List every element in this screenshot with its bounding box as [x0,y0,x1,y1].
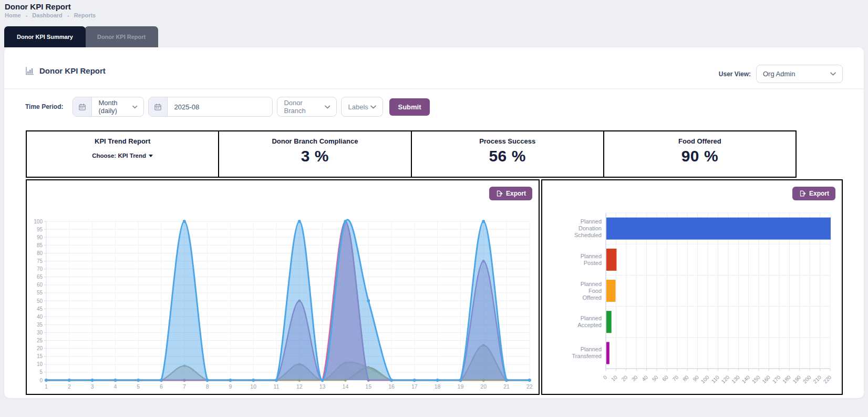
svg-text:20: 20 [480,383,487,390]
svg-text:Offered: Offered [583,294,602,301]
report-card: Donor KPI Report User View: Org Admin Ti… [4,47,864,398]
svg-text:Donation: Donation [578,225,602,231]
kpi-trend-title: KPI Trend Report [95,137,150,145]
svg-text:55: 55 [37,290,43,296]
tab-donor-kpi-report[interactable]: Donor KPI Report [85,26,158,47]
svg-text:50: 50 [37,298,43,304]
svg-text:Posted: Posted [584,260,602,266]
svg-text:80: 80 [681,374,690,382]
kpi-trend-line-chart[interactable]: 0510152025303540455055606570758085909510… [27,180,539,394]
svg-text:Planned: Planned [581,218,602,225]
svg-text:Accepted: Accepted [577,322,602,328]
svg-text:Planned: Planned [581,253,602,259]
planned-status-bar-chart[interactable]: 0102030405060708090100110120130140150160… [542,180,842,394]
time-period-label: Time Period: [25,103,63,110]
svg-text:100: 100 [700,374,710,384]
svg-text:13: 13 [319,383,326,390]
donor-branch-placeholder: Donor Branch [284,99,324,115]
chevron-down-icon [370,105,376,109]
svg-text:10: 10 [37,361,43,367]
svg-text:110: 110 [710,374,720,384]
svg-text:35: 35 [37,322,43,328]
breadcrumb-home[interactable]: Home [5,12,21,18]
svg-text:210: 210 [812,374,822,384]
labels-select[interactable]: Labels [341,97,383,117]
svg-text:40: 40 [640,374,649,382]
user-view-label: User View: [719,70,751,78]
month-group [148,97,273,117]
svg-text:9: 9 [229,383,232,390]
kpi-cell-food-offered: Food Offered 90 % [604,131,795,177]
svg-text:30: 30 [37,330,43,335]
kpi-cell-donor-branch-compliance: Donor Branch Compliance 3 % [219,131,411,177]
svg-text:60: 60 [37,282,43,288]
report-tabs: Donor KPI Summary Donor KPI Report [4,26,158,47]
donor-branch-select[interactable]: Donor Branch [277,97,337,117]
user-view-select[interactable]: Org Admin [756,65,843,83]
svg-text:22: 22 [526,383,533,390]
svg-text:45: 45 [37,306,43,312]
card-title: Donor KPI Report [39,66,106,75]
export-button-label: Export [809,190,829,197]
calendar-icon [149,97,168,116]
svg-text:5: 5 [137,383,140,390]
svg-text:170: 170 [771,374,782,384]
svg-text:14: 14 [343,383,349,390]
svg-text:50: 50 [651,374,659,382]
file-export-icon [495,190,503,197]
svg-text:90: 90 [37,235,43,240]
svg-text:10: 10 [250,383,256,390]
breadcrumb-dashboard[interactable]: Dashboard [32,12,62,18]
kpi-cell-process-success: Process Success 56 % [412,131,604,177]
breadcrumb-separator: - [67,12,69,18]
svg-text:Planned: Planned [581,315,602,321]
chevron-down-icon [132,105,137,109]
svg-text:4: 4 [113,383,117,390]
svg-text:160: 160 [761,374,771,384]
svg-text:8: 8 [206,383,209,390]
svg-text:15: 15 [365,383,371,390]
svg-text:70: 70 [37,266,43,272]
svg-text:12: 12 [296,383,303,390]
svg-text:30: 30 [631,374,639,382]
card-header: Donor KPI Report User View: Org Admin [4,47,864,89]
svg-text:19: 19 [458,383,464,390]
month-input[interactable] [168,97,252,116]
submit-button[interactable]: Submit [389,98,429,116]
svg-text:21: 21 [503,383,510,390]
svg-text:200: 200 [802,374,812,384]
svg-text:7: 7 [183,383,186,390]
svg-text:40: 40 [37,314,43,320]
kpi-title: Donor Branch Compliance [272,137,358,145]
granularity-select[interactable]: Month (daily) [92,97,143,116]
svg-text:2: 2 [68,383,71,390]
svg-text:1: 1 [45,383,48,390]
svg-text:130: 130 [730,374,741,384]
svg-text:180: 180 [781,374,792,384]
kpi-trend-chooser[interactable]: Choose: KPI Trend [92,152,153,159]
bar-chart-icon [25,67,34,75]
caret-down-icon [149,155,153,157]
svg-text:220: 220 [822,374,833,384]
kpi-title: Food Offered [678,137,721,145]
export-button[interactable]: Export [792,187,835,200]
svg-text:16: 16 [388,383,395,390]
svg-text:Transferred: Transferred [572,353,602,359]
tab-donor-kpi-summary[interactable]: Donor KPI Summary [4,26,86,47]
breadcrumb-reports[interactable]: Reports [74,12,96,18]
svg-text:190: 190 [792,374,802,384]
svg-text:65: 65 [37,274,43,280]
svg-text:6: 6 [160,383,163,390]
calendar-icon [73,97,92,116]
svg-text:70: 70 [671,374,680,382]
donor-kpi-report-page: { "page": { "title": "Donor KPI Report",… [0,0,868,417]
svg-text:10: 10 [610,374,618,382]
labels-placeholder: Labels [348,103,368,111]
kpi-trend-chooser-label: Choose: KPI Trend [92,152,146,159]
svg-text:17: 17 [411,383,418,390]
svg-text:150: 150 [751,374,761,384]
file-export-icon [799,190,806,197]
kpi-value: 90 % [681,147,718,165]
export-button[interactable]: Export [489,187,532,200]
svg-text:25: 25 [37,338,43,343]
